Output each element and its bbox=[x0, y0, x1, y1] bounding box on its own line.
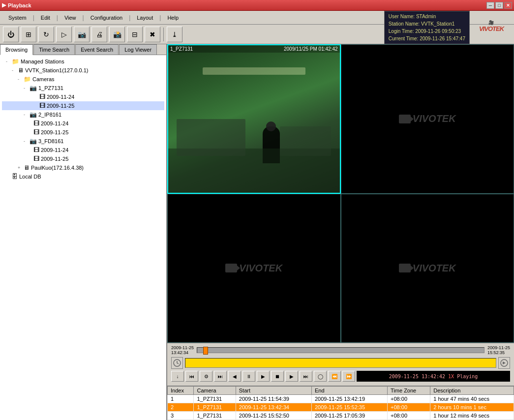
toggle-icon[interactable]: + bbox=[18, 165, 24, 170]
status-state: Playing bbox=[457, 374, 478, 379]
watermark-4: VIVOTEK bbox=[399, 263, 456, 274]
tree-item-cam3-date1[interactable]: 🎞 2009-11-24 bbox=[2, 146, 164, 154]
timeline-track[interactable] bbox=[197, 347, 484, 353]
tab-time-search[interactable]: Time Search bbox=[33, 44, 75, 55]
close-button[interactable]: ✕ bbox=[504, 2, 512, 9]
skip-end-button[interactable]: ⏭ bbox=[300, 371, 312, 382]
left-panel: Browsing Time Search Event Search Log Vi… bbox=[0, 44, 167, 420]
toolbar-export-button[interactable]: ⤓ bbox=[167, 27, 182, 42]
progress-icon-left[interactable] bbox=[171, 357, 183, 369]
progress-icon-right[interactable] bbox=[498, 357, 510, 369]
menu-view[interactable]: View bbox=[60, 13, 81, 22]
watermark-3: VIVOTEK bbox=[225, 263, 282, 274]
mark-in-button[interactable]: ◯ bbox=[314, 371, 327, 382]
skip-start-button[interactable]: ⏭ bbox=[214, 371, 227, 382]
tree-label: PaulKuo(172.16.4.38) bbox=[31, 165, 84, 171]
table-row[interactable]: 1 1_PZ7131 2009-11-25 11:54:39 2009-11-2… bbox=[168, 395, 514, 403]
recording-icon: 🎞 bbox=[39, 102, 45, 109]
tree-item-cameras[interactable]: - 📁 Cameras bbox=[2, 75, 164, 84]
stop-button[interactable]: ⏹ bbox=[271, 371, 284, 382]
toolbar-refresh-button[interactable]: ↻ bbox=[38, 27, 54, 42]
tree-label: 2009-11-25 bbox=[47, 103, 74, 109]
toggle-icon[interactable]: - bbox=[24, 86, 30, 90]
tab-log-viewer[interactable]: Log Viewer bbox=[119, 44, 157, 55]
tree-item-paulkuo[interactable]: + 🖥 PaulKuo(172.16.4.38) bbox=[2, 163, 164, 172]
main-content: Browsing Time Search Event Search Log Vi… bbox=[0, 44, 514, 420]
toggle-icon[interactable]: - bbox=[6, 59, 12, 64]
step-back-button[interactable]: ◀ bbox=[228, 371, 241, 382]
camera-icon: 📷 bbox=[30, 138, 37, 145]
menu-edit[interactable]: Edit bbox=[36, 13, 55, 22]
recording-icon: 🎞 bbox=[33, 129, 39, 136]
tree-item-station1[interactable]: - 🖥 VVTK_Station1(127.0.0.1) bbox=[2, 66, 164, 75]
menu-configuration[interactable]: Configuration bbox=[86, 13, 127, 22]
maximize-button[interactable]: □ bbox=[495, 2, 503, 9]
toolbar-remove-button[interactable]: ✖ bbox=[145, 27, 160, 42]
tree-item-localdb[interactable]: 🗄 Local DB bbox=[2, 172, 164, 181]
tab-browsing[interactable]: Browsing bbox=[0, 44, 33, 55]
cell-end: 2009-11-25 13:42:19 bbox=[311, 395, 387, 403]
table-row[interactable]: 3 1_PZ7131 2009-11-25 15:52:50 2009-11-2… bbox=[168, 412, 514, 420]
tree-label: 2009-11-24 bbox=[41, 147, 68, 153]
info-panel: User Name: STAdmin Station Name: VVTK_St… bbox=[384, 11, 470, 44]
tree-label: VVTK_Station1(127.0.0.1) bbox=[25, 67, 88, 73]
toggle-icon[interactable]: - bbox=[24, 112, 30, 117]
rewind-button[interactable]: ⏪ bbox=[328, 371, 341, 382]
tab-event-search[interactable]: Event Search bbox=[75, 44, 119, 55]
slow-motion-button[interactable]: ↓ bbox=[171, 371, 184, 382]
menu-help[interactable]: Help bbox=[163, 13, 183, 22]
toolbar-snapshot-button[interactable]: 📸 bbox=[109, 27, 125, 42]
frame-back-button[interactable]: ⏮ bbox=[185, 371, 198, 382]
monitor-icon: 🖥 bbox=[18, 67, 24, 74]
step-forward-button[interactable]: ▶ bbox=[285, 371, 298, 382]
video-cell-4[interactable]: VIVOTEK bbox=[341, 194, 514, 343]
camera-name-1: 1_PZ7131 bbox=[170, 46, 193, 52]
table-row-selected[interactable]: 2 1_PZ7131 2009-11-25 13:42:34 2009-11-2… bbox=[168, 403, 514, 412]
cell-end: 2009-11-25 15:52:35 bbox=[311, 403, 387, 412]
toolbar-print-button[interactable]: 🖨 bbox=[91, 27, 107, 42]
tree-item-managed-stations[interactable]: - 📁 Managed Stations bbox=[2, 57, 164, 66]
cell-camera: 1_PZ7131 bbox=[194, 412, 236, 420]
tree-item-cam1-date1[interactable]: 🎞 2009-11-24 bbox=[2, 92, 164, 101]
tree-item-cam2[interactable]: - 📷 2_IP8161 bbox=[2, 110, 164, 119]
video-cell-2[interactable]: VIVOTEK bbox=[341, 44, 514, 194]
col-timezone: Time Zone bbox=[388, 387, 430, 395]
menu-layout[interactable]: Layout bbox=[132, 13, 157, 22]
tree-item-cam3[interactable]: - 📷 3_FD8161 bbox=[2, 137, 164, 146]
toolbar-layout-button[interactable]: ⊟ bbox=[127, 27, 143, 42]
toolbar-grid-button[interactable]: ⊞ bbox=[21, 27, 36, 42]
menu-sep-5: | bbox=[159, 14, 161, 21]
toolbar-next-button[interactable]: ▷ bbox=[56, 27, 72, 42]
toggle-icon[interactable]: - bbox=[12, 68, 18, 73]
tree-item-cam3-date2[interactable]: 🎞 2009-11-25 bbox=[2, 154, 164, 163]
tree-item-cam1-date2[interactable]: 🎞 2009-11-25 bbox=[2, 101, 164, 110]
cell-camera: 1_PZ7131 bbox=[194, 403, 236, 412]
play-button[interactable]: ▶ bbox=[257, 371, 270, 382]
monitor-icon: 🖥 bbox=[24, 164, 30, 171]
tree-item-cam1[interactable]: - 📷 1_PZ7131 bbox=[2, 84, 164, 92]
toolbar-power-button[interactable]: ⏻ bbox=[3, 27, 19, 42]
tree-label: 1_PZ7131 bbox=[38, 85, 63, 91]
cell-index: 1 bbox=[168, 395, 194, 403]
database-icon: 🗄 bbox=[12, 173, 18, 180]
toolbar-camera-button[interactable]: 📷 bbox=[74, 27, 90, 42]
timeline-thumb[interactable] bbox=[203, 347, 208, 355]
cell-timezone: +08:00 bbox=[388, 412, 430, 420]
menu-system[interactable]: System bbox=[4, 13, 31, 22]
cell-description: 1 hour 47 mins 40 secs bbox=[430, 395, 514, 403]
settings-button[interactable]: ⚙ bbox=[200, 371, 212, 382]
recording-icon: 🎞 bbox=[33, 147, 39, 153]
toggle-icon[interactable]: - bbox=[24, 139, 30, 144]
video-cell-1[interactable]: 1_PZ7131 2009/11/25 PM 01:42:42 bbox=[167, 44, 341, 194]
tree-item-cam2-date2[interactable]: 🎞 2009-11-25 bbox=[2, 128, 164, 137]
vivotek-logo: 🎥 VIVOTEK bbox=[472, 14, 511, 38]
toggle-icon[interactable]: - bbox=[18, 77, 24, 82]
tree-item-cam2-date1[interactable]: 🎞 2009-11-24 bbox=[2, 119, 164, 128]
minimize-button[interactable]: ─ bbox=[486, 2, 494, 9]
toolbar-separator bbox=[163, 28, 164, 41]
watermark-2: VIVOTEK bbox=[399, 113, 456, 124]
pause-button[interactable]: ⏸ bbox=[242, 371, 255, 382]
progress-bar[interactable] bbox=[185, 358, 496, 368]
fast-forward-button[interactable]: ⏩ bbox=[342, 371, 355, 382]
video-cell-3[interactable]: VIVOTEK bbox=[167, 194, 341, 343]
